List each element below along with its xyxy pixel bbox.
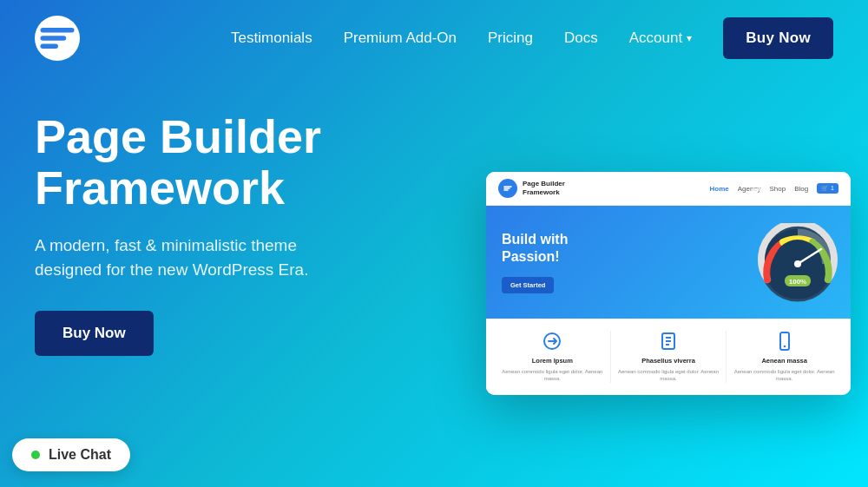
svg-point-10 (794, 260, 801, 267)
mini-cart-icon: 🛒 1 (817, 183, 838, 194)
mini-logo: Page Builder Framework (498, 179, 565, 198)
mini-logo-icon (503, 183, 513, 194)
mini-logo-text: Page Builder Framework (523, 180, 565, 196)
speed-line-1 (752, 182, 767, 185)
nav-item-pricing[interactable]: Pricing (488, 30, 533, 47)
logo[interactable] (35, 16, 80, 61)
site-header: Testimonials Premium Add-On Pricing Docs… (0, 0, 868, 76)
mini-nav: Home Agency Shop Blog 🛒 1 (710, 183, 838, 194)
mini-nav-home: Home (710, 185, 729, 193)
mini-feature-1-title: Lorem Ipsum (502, 357, 603, 365)
browser-mockup: Page Builder Framework Home Agency Shop … (486, 172, 851, 395)
mini-feature-1-text: Aenean commodo ligula eget dolor. Aenean… (502, 368, 603, 383)
mobile-icon (774, 331, 795, 352)
mini-logo-circle (498, 179, 517, 198)
hero-section: Page Builder Framework A modern, fast & … (0, 76, 868, 356)
mini-feature-3: Aenean massa Aenean commodo ligula eget … (727, 331, 842, 383)
mini-hero: Build with Passion! Get Started (486, 206, 851, 319)
mini-nav-blog: Blog (794, 185, 808, 193)
nav-item-docs[interactable]: Docs (564, 30, 598, 47)
live-chat-label: Live Chat (49, 447, 111, 463)
mini-get-started-button[interactable]: Get Started (502, 277, 554, 293)
speed-lines-decoration (752, 182, 767, 197)
mini-feature-1: Lorem Ipsum Aenean commodo ligula eget d… (495, 331, 611, 383)
speedometer: 100% (757, 223, 835, 301)
mini-feature-2-text: Aenean commodo ligula eget dolor. Aenean… (618, 368, 720, 383)
speed-line-2 (752, 188, 762, 191)
mini-feature-2-title: Phasellus viverra (618, 357, 720, 365)
speed-line-3 (752, 194, 759, 197)
mini-hero-text: Build with Passion! Get Started (502, 231, 757, 293)
nav-item-account[interactable]: Account ▾ (629, 30, 692, 47)
hero-text-block: Page Builder Framework A modern, fast & … (35, 102, 434, 356)
nav-item-testimonials[interactable]: Testimonials (231, 30, 312, 47)
svg-text:100%: 100% (789, 278, 806, 286)
hero-buy-now-button[interactable]: Buy Now (35, 311, 154, 356)
hero-title: Page Builder Framework (35, 111, 434, 214)
circle-arrow-icon (542, 331, 562, 352)
chevron-down-icon: ▾ (687, 32, 692, 44)
logo-icon (35, 16, 80, 61)
nav-item-premium[interactable]: Premium Add-On (344, 30, 457, 47)
live-chat-widget[interactable]: Live Chat (12, 438, 130, 471)
main-nav: Testimonials Premium Add-On Pricing Docs… (231, 17, 833, 59)
mini-features: Lorem Ipsum Aenean commodo ligula eget d… (486, 319, 851, 395)
mini-feature-2: Phasellus viverra Aenean commodo ligula … (611, 331, 727, 383)
header-buy-now-button[interactable]: Buy Now (723, 17, 833, 59)
hero-subtitle: A modern, fast & minimalistic theme desi… (35, 234, 365, 283)
mini-feature-3-title: Aenean massa (733, 357, 835, 365)
speedometer-svg: 100% (757, 223, 839, 306)
mini-feature-3-text: Aenean commodo ligula eget dolor. Aenean… (733, 368, 835, 383)
live-chat-status-dot (31, 451, 40, 459)
document-icon (658, 331, 679, 352)
mini-nav-shop: Shop (769, 185, 786, 193)
mini-hero-title: Build with Passion! (502, 231, 757, 264)
mini-site-header: Page Builder Framework Home Agency Shop … (486, 172, 851, 206)
